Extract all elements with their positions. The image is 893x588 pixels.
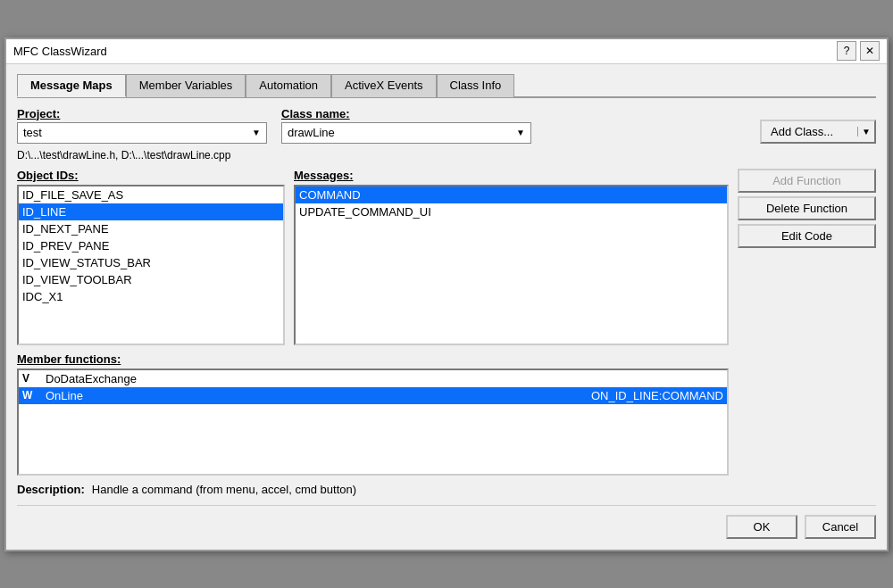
member-type: V xyxy=(22,372,40,385)
classname-label: Class name: xyxy=(281,107,531,120)
tab-member-variables[interactable]: Member Variables xyxy=(126,74,246,97)
description-text: Handle a command (from menu, accel, cmd … xyxy=(92,483,356,496)
classname-combo-arrow: ▼ xyxy=(516,128,525,137)
close-button[interactable]: ✕ xyxy=(860,41,880,61)
project-combo-arrow: ▼ xyxy=(252,128,261,137)
description-row: Description: Handle a command (from menu… xyxy=(17,483,729,496)
member-name: DoDataExchange xyxy=(46,372,723,385)
object-ids-section: Object IDs: ID_FILE_SAVE_AS ID_LINE ID_N… xyxy=(17,169,285,345)
list-item[interactable]: COMMAND xyxy=(296,186,727,203)
member-type: W xyxy=(22,389,40,402)
title-bar: MFC ClassWizard ? ✕ xyxy=(6,39,887,64)
lists-row: Object IDs: ID_FILE_SAVE_AS ID_LINE ID_N… xyxy=(17,169,729,345)
list-item[interactable]: ID_VIEW_STATUS_BAR xyxy=(19,254,283,271)
right-panel: Add Function Delete Function Edit Code xyxy=(738,169,876,496)
ok-button[interactable]: OK xyxy=(726,515,797,539)
help-button[interactable]: ? xyxy=(837,41,856,61)
messages-list[interactable]: COMMAND UPDATE_COMMAND_UI xyxy=(294,185,729,345)
list-item[interactable]: IDC_X1 xyxy=(19,288,283,305)
project-combo[interactable]: test ▼ xyxy=(17,122,267,144)
list-item[interactable]: ID_PREV_PANE xyxy=(19,237,283,254)
member-name: OnLine xyxy=(46,389,538,402)
object-ids-label: Object IDs: xyxy=(17,169,285,182)
messages-label: Messages: xyxy=(294,169,729,182)
member-functions-section: Member functions: V DoDataExchange W OnL… xyxy=(17,352,729,476)
list-item[interactable]: ID_VIEW_TOOLBAR xyxy=(19,271,283,288)
tab-activex-events[interactable]: ActiveX Events xyxy=(331,74,436,97)
member-item[interactable]: W OnLine ON_ID_LINE:COMMAND xyxy=(19,387,727,404)
window-title: MFC ClassWizard xyxy=(13,45,107,58)
list-item[interactable]: UPDATE_COMMAND_UI xyxy=(296,203,727,220)
tab-automation[interactable]: Automation xyxy=(246,74,331,97)
project-label: Project: xyxy=(17,107,267,120)
classname-combo[interactable]: drawLine ▼ xyxy=(281,122,531,144)
bottom-row: OK Cancel xyxy=(17,505,876,539)
list-item[interactable]: ID_NEXT_PANE xyxy=(19,220,283,237)
member-mapping: ON_ID_LINE:COMMAND xyxy=(591,389,723,402)
object-ids-list[interactable]: ID_FILE_SAVE_AS ID_LINE ID_NEXT_PANE ID_… xyxy=(17,185,285,345)
member-functions-label: Member functions: xyxy=(17,352,729,366)
member-functions-list[interactable]: V DoDataExchange W OnLine ON_ID_LINE:COM… xyxy=(17,369,729,476)
list-item[interactable]: ID_FILE_SAVE_AS xyxy=(19,186,283,203)
tab-message-maps[interactable]: Message Maps xyxy=(17,74,126,97)
messages-section: Messages: COMMAND UPDATE_COMMAND_UI xyxy=(294,169,729,345)
add-class-dropdown-arrow[interactable]: ▼ xyxy=(857,127,871,137)
edit-code-button[interactable]: Edit Code xyxy=(738,224,876,248)
main-area: Object IDs: ID_FILE_SAVE_AS ID_LINE ID_N… xyxy=(17,169,876,496)
delete-function-button[interactable]: Delete Function xyxy=(738,196,876,220)
cancel-button[interactable]: Cancel xyxy=(805,515,876,539)
add-class-wrapper: Add Class... ▼ xyxy=(760,120,876,144)
list-item[interactable]: ID_LINE xyxy=(19,203,283,220)
main-window: MFC ClassWizard ? ✕ Message Maps Member … xyxy=(4,37,889,551)
left-panel: Object IDs: ID_FILE_SAVE_AS ID_LINE ID_N… xyxy=(17,169,729,496)
dialog-content: Message Maps Member Variables Automation… xyxy=(6,64,887,550)
tab-bar: Message Maps Member Variables Automation… xyxy=(17,73,876,98)
classname-group: Class name: drawLine ▼ xyxy=(281,107,531,144)
add-class-button[interactable]: Add Class... ▼ xyxy=(760,120,876,144)
add-function-button[interactable]: Add Function xyxy=(738,169,876,193)
title-bar-controls: ? ✕ xyxy=(837,41,880,61)
project-classname-row: Project: test ▼ Class name: drawLine ▼ A xyxy=(17,107,876,144)
member-item[interactable]: V DoDataExchange xyxy=(19,370,727,387)
tab-class-info[interactable]: Class Info xyxy=(437,74,515,97)
description-label: Description: xyxy=(17,483,85,496)
filepath-text: D:\...\test\drawLine.h, D:\...\test\draw… xyxy=(17,149,876,161)
title-bar-left: MFC ClassWizard xyxy=(13,45,107,58)
project-group: Project: test ▼ xyxy=(17,107,267,144)
